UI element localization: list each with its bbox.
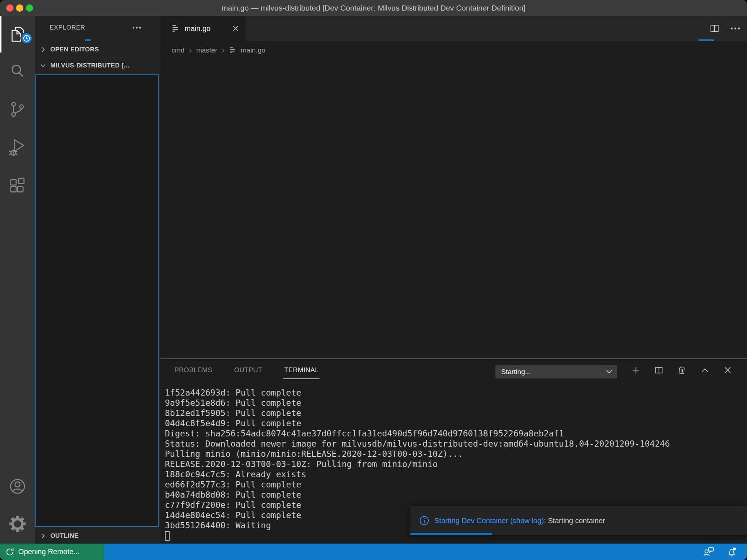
breadcrumb-master[interactable]: master bbox=[196, 46, 217, 54]
chevron-right-icon: › bbox=[222, 46, 225, 55]
open-editors-section-header[interactable]: OPEN EDITORS bbox=[35, 42, 160, 57]
account-icon bbox=[8, 477, 27, 496]
remote-status-label: Opening Remote... bbox=[18, 548, 80, 556]
remote-status-item[interactable]: Opening Remote... bbox=[0, 544, 104, 560]
open-editors-label: OPEN EDITORS bbox=[50, 46, 99, 53]
sync-spinner-icon bbox=[5, 547, 15, 557]
activity-explorer-button[interactable] bbox=[0, 16, 35, 52]
sidebar-loading-progress-bar bbox=[85, 39, 91, 41]
titlebar: main.go — milvus-distributed [Dev Contai… bbox=[0, 0, 747, 16]
activity-run-debug-button[interactable] bbox=[0, 129, 35, 166]
feedback-icon[interactable] bbox=[703, 546, 715, 558]
editor-tab-bar: main.go bbox=[160, 16, 747, 41]
settings-gear-icon bbox=[8, 514, 27, 533]
project-section-label: MILVUS-DISTRIBUTED [... bbox=[50, 62, 129, 69]
chevron-right-icon bbox=[39, 46, 47, 53]
maximize-panel-icon[interactable] bbox=[700, 365, 710, 375]
window-title: main.go — milvus-distributed [Dev Contai… bbox=[0, 0, 747, 16]
terminal-instance-dropdown[interactable]: Starting... bbox=[495, 365, 617, 378]
notifications-bell-icon[interactable] bbox=[726, 546, 738, 558]
activity-settings-button[interactable] bbox=[0, 506, 35, 542]
terminal-cursor bbox=[165, 531, 170, 541]
chevron-down-icon bbox=[39, 62, 47, 69]
activity-search-button[interactable] bbox=[0, 53, 35, 90]
close-tab-icon[interactable] bbox=[232, 25, 239, 32]
activity-source-control-button[interactable] bbox=[0, 91, 35, 128]
new-terminal-icon[interactable] bbox=[631, 365, 641, 375]
extensions-icon bbox=[8, 176, 27, 195]
editor-content-area[interactable] bbox=[160, 60, 747, 358]
breadcrumb-main-go[interactable]: main.go bbox=[241, 46, 266, 54]
split-terminal-icon[interactable] bbox=[654, 365, 664, 375]
activity-account-button[interactable] bbox=[0, 468, 35, 505]
explorer-more-actions-button[interactable] bbox=[131, 23, 143, 32]
info-icon bbox=[419, 516, 429, 526]
notification-message: : Starting container bbox=[544, 517, 605, 525]
remote-progress-clock-badge bbox=[20, 32, 33, 44]
more-actions-icon[interactable] bbox=[730, 27, 740, 30]
dev-container-notification[interactable]: Starting Dev Container (show log) : Star… bbox=[410, 506, 747, 535]
notification-show-log-link[interactable]: Starting Dev Container (show log) bbox=[434, 517, 544, 525]
tab-main-go[interactable]: main.go bbox=[160, 16, 246, 41]
project-section-header[interactable]: MILVUS-DISTRIBUTED [... bbox=[35, 57, 160, 74]
close-panel-icon[interactable] bbox=[723, 365, 732, 375]
tab-label: main.go bbox=[185, 24, 210, 33]
tab-terminal[interactable]: TERMINAL bbox=[283, 360, 320, 381]
notification-progress-bar bbox=[410, 533, 492, 535]
outline-section-header[interactable]: OUTLINE bbox=[35, 528, 160, 544]
tab-problems[interactable]: PROBLEMS bbox=[174, 360, 213, 381]
chevron-right-icon bbox=[39, 533, 47, 539]
split-editor-icon[interactable] bbox=[709, 23, 720, 34]
search-icon bbox=[8, 62, 27, 81]
terminal-dropdown-value: Starting... bbox=[501, 368, 531, 376]
tab-output[interactable]: OUTPUT bbox=[233, 360, 263, 381]
run-debug-icon bbox=[8, 138, 27, 157]
chevron-right-icon: › bbox=[189, 46, 192, 55]
breadcrumb-cmd[interactable]: cmd bbox=[171, 46, 185, 54]
file-lines-icon bbox=[171, 24, 180, 33]
file-lines-icon bbox=[229, 46, 237, 54]
source-control-branch-icon bbox=[8, 100, 27, 119]
breadcrumb: cmd › master › main.go bbox=[160, 41, 747, 60]
kill-terminal-trash-icon[interactable] bbox=[677, 365, 687, 375]
explorer-file-tree[interactable] bbox=[35, 74, 159, 527]
activity-bar bbox=[0, 16, 35, 544]
vscode-window: main.go — milvus-distributed [Dev Contai… bbox=[0, 0, 747, 560]
status-bar: Opening Remote... bbox=[0, 544, 747, 560]
activity-extensions-button[interactable] bbox=[0, 168, 35, 204]
sidebar-title: EXPLORER bbox=[50, 16, 85, 39]
explorer-sidebar: EXPLORER OPEN EDITORS MILVUS-DISTRIBUTED… bbox=[35, 16, 160, 544]
outline-label: OUTLINE bbox=[50, 532, 78, 540]
chevron-down-icon bbox=[605, 369, 613, 374]
